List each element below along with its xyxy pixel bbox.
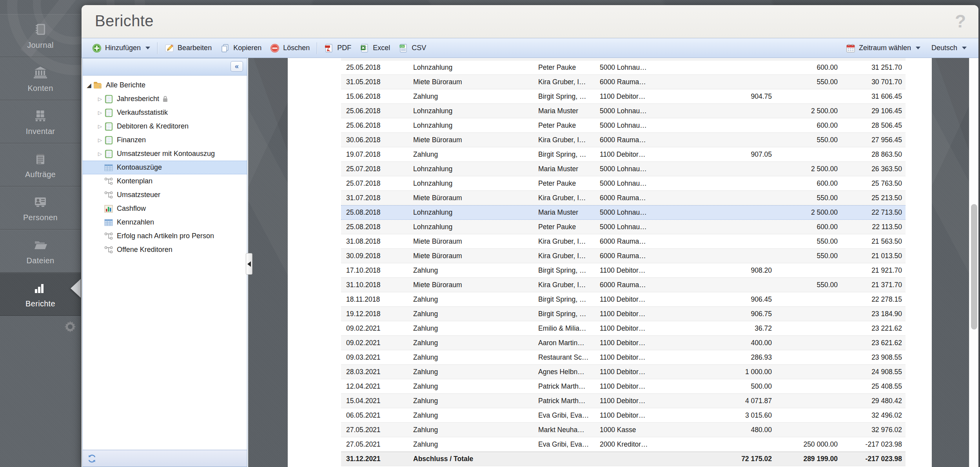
panel-gap bbox=[932, 58, 969, 467]
journal-icon bbox=[33, 22, 48, 37]
sidebar-item-dateien[interactable]: Dateien bbox=[0, 230, 81, 273]
cell-account: 5000 Lohnau… bbox=[596, 223, 667, 231]
tree-item[interactable]: ◢ Alle Berichte bbox=[83, 78, 247, 92]
tree-caret-icon[interactable]: ▷ bbox=[96, 151, 104, 157]
scrollbar-thumb[interactable] bbox=[971, 204, 977, 329]
toolbar-button-label: PDF bbox=[337, 44, 351, 52]
csv-button[interactable]: CSV CSV bbox=[394, 38, 430, 58]
sidebar-item-konten[interactable]: Konten bbox=[0, 57, 81, 100]
bearbeiten-button[interactable]: Bearbeiten bbox=[160, 38, 216, 58]
tree-item[interactable]: Kennzahlen bbox=[83, 215, 247, 229]
table-row[interactable]: 15.04.2021 Zahlung Patrick Marth… 1100 D… bbox=[341, 394, 906, 408]
table-row[interactable]: 31.07.2018 Miete Büroraum Kira Gruber, I… bbox=[341, 191, 906, 205]
table-row[interactable]: 30.06.2018 Miete Büroraum Kira Gruber, I… bbox=[341, 133, 906, 147]
help-icon[interactable]: ? bbox=[955, 11, 966, 32]
table-row[interactable]: 31.10.2018 Miete Büroraum Kira Gruber, I… bbox=[341, 278, 906, 292]
table-row[interactable]: 25.08.2018 Lohnzahlung Peter Pauke 5000 … bbox=[341, 220, 906, 234]
pdf-button[interactable]: PDF bbox=[320, 38, 356, 58]
zeitraum-wählen-button[interactable]: Zeitraum wählen bbox=[840, 43, 926, 53]
tree-caret-icon[interactable]: ▷ bbox=[96, 137, 104, 143]
table-row[interactable]: 25.05.2018 Lohnzahlung Peter Pauke 5000 … bbox=[341, 60, 906, 75]
table-row[interactable]: 09.02.2021 Zahlung Aaron Martin… 1100 De… bbox=[341, 336, 906, 350]
tree-item[interactable]: ▷ Debitoren & Kreditoren bbox=[83, 119, 247, 133]
tree-item[interactable]: ▷ Jahresbericht bbox=[83, 92, 247, 106]
tree-caret-icon[interactable]: ▷ bbox=[96, 123, 104, 129]
tree-caret-icon[interactable]: ◢ bbox=[85, 82, 93, 89]
table-row[interactable]: 25.06.2018 Lohnzahlung Maria Muster 5000… bbox=[341, 104, 906, 118]
cell-account: 5000 Lohnau… bbox=[596, 179, 667, 188]
cell-account: 2000 Kreditor… bbox=[596, 440, 667, 449]
table-row[interactable]: 19.12.2018 Zahlung Birgit Spring, … 1100… bbox=[341, 307, 906, 321]
table-row[interactable]: 09.03.2021 Zahlung Restaurant Sc… 1100 D… bbox=[341, 350, 906, 365]
table-row[interactable]: 06.05.2021 Zahlung Eva Gribi, Eva… 1100 … bbox=[341, 408, 906, 423]
tree-item[interactable]: Cashflow bbox=[83, 202, 247, 215]
table-row[interactable]: 12.04.2021 Zahlung Patrick Marth… 1100 D… bbox=[341, 379, 906, 394]
tree-item[interactable]: Kontenplan bbox=[83, 174, 247, 188]
tree-item[interactable]: Erfolg nach Artikeln pro Person bbox=[83, 229, 247, 243]
table-row[interactable]: 25.06.2018 Lohnzahlung Peter Pauke 5000 … bbox=[341, 118, 906, 133]
cell-balance: 26 363.50 bbox=[839, 165, 906, 173]
cell-date: 25.06.2018 bbox=[341, 107, 409, 115]
table-row[interactable]: 31.05.2018 Miete Büroraum Kira Gruber, I… bbox=[341, 75, 906, 89]
table-row[interactable]: 30.09.2018 Miete Büroraum Kira Gruber, I… bbox=[341, 249, 906, 263]
sidebar-item-berichte[interactable]: Berichte bbox=[0, 273, 81, 316]
settings-gear-icon[interactable] bbox=[64, 320, 76, 333]
cell-person: Eva Gribi, Eva… bbox=[534, 411, 596, 420]
cell-account: 6000 Rauma… bbox=[596, 194, 667, 202]
table-row[interactable]: 09.02.2021 Zahlung Emilio & Milia… 1100 … bbox=[341, 321, 906, 336]
cell-text: Zahlung bbox=[409, 150, 534, 159]
sidebar-item-personen[interactable]: Personen bbox=[0, 186, 81, 230]
tree-item[interactable]: Offene Kreditoren bbox=[83, 243, 247, 257]
table-row[interactable]: 15.06.2018 Zahlung Birgit Spring, … 1100… bbox=[341, 89, 906, 104]
table-row[interactable]: 25.08.2018 Lohnzahlung Maria Muster 5000… bbox=[341, 205, 906, 220]
tree-item[interactable]: Kontoauszüge bbox=[83, 161, 247, 174]
table-row[interactable]: 27.05.2021 Zahlung Markt Neuha… 1000 Kas… bbox=[341, 423, 906, 437]
tree-item[interactable]: Umsatzsteuer bbox=[83, 188, 247, 202]
tree-item[interactable]: ▷ Verkaufsstatistik bbox=[83, 106, 247, 119]
cell-person: Birgit Spring, … bbox=[534, 150, 596, 159]
cell-person: Peter Pauke bbox=[534, 179, 596, 188]
kopieren-button[interactable]: Kopieren bbox=[216, 38, 266, 58]
refresh-icon[interactable] bbox=[87, 454, 96, 463]
cell-account: 1000 Kasse bbox=[596, 426, 667, 434]
löschen-button[interactable]: Löschen bbox=[266, 38, 314, 58]
hinzufügen-button[interactable]: Hinzufügen bbox=[88, 38, 154, 58]
table-row[interactable]: 25.07.2018 Lohnzahlung Peter Pauke 5000 … bbox=[341, 176, 906, 191]
table-row[interactable]: 17.10.2018 Zahlung Birgit Spring, … 1100… bbox=[341, 263, 906, 278]
berichte-window: Berichte ? Hinzufügen Bearbeiten Kopiere… bbox=[82, 5, 978, 467]
cell-date: 19.07.2018 bbox=[341, 150, 409, 159]
excel-button[interactable]: Excel bbox=[356, 38, 394, 58]
splitter-handle[interactable] bbox=[246, 253, 252, 275]
vertical-scrollbar[interactable] bbox=[969, 58, 978, 467]
collapse-panel-button[interactable]: « bbox=[230, 61, 243, 72]
table-icon bbox=[104, 218, 113, 227]
table-row[interactable]: 19.07.2018 Zahlung Birgit Spring, … 1100… bbox=[341, 147, 906, 162]
cell-date: 25.06.2018 bbox=[341, 121, 409, 130]
table-row[interactable]: 27.05.2021 Zahlung Eva Gribi, Eva… 2000 … bbox=[341, 437, 906, 452]
deutsch-button[interactable]: Deutsch bbox=[926, 44, 972, 52]
sidebar-item-inventar[interactable]: Inventar bbox=[0, 100, 81, 143]
cell-balance: 21 563.50 bbox=[839, 237, 906, 246]
cell-text: Zahlung bbox=[409, 339, 534, 347]
table-row[interactable]: 31.08.2018 Miete Büroraum Kira Gruber, I… bbox=[341, 234, 906, 249]
cell-person: Peter Pauke bbox=[534, 223, 596, 231]
cell-text: Lohnzahlung bbox=[409, 165, 534, 173]
cell-person: Emilio & Milia… bbox=[534, 324, 596, 333]
cell-debit: 72 175.02 bbox=[667, 455, 773, 463]
tree-caret-icon[interactable]: ▷ bbox=[96, 96, 104, 102]
table-row[interactable]: 18.11.2018 Zahlung Birgit Spring, … 1100… bbox=[341, 292, 906, 307]
cell-person: Birgit Spring, … bbox=[534, 266, 596, 275]
tree-caret-icon[interactable]: ▷ bbox=[96, 110, 104, 116]
table-row[interactable]: 28.03.2021 Zahlung Agnes Helbn… 1100 Deb… bbox=[341, 365, 906, 379]
cell-person: Maria Muster bbox=[534, 107, 596, 115]
sidebar-item-aufträge[interactable]: Aufträge bbox=[0, 143, 81, 186]
tree-item[interactable]: ▷ Finanzen bbox=[83, 133, 247, 147]
tree-item[interactable]: ▷ Umsatzsteuer mit Kontoauszug bbox=[83, 147, 247, 161]
table-row[interactable]: 25.07.2018 Lohnzahlung Maria Muster 5000… bbox=[341, 162, 906, 176]
table-row[interactable]: 31.12.2021 Abschluss / Totale 72 175.02 … bbox=[341, 452, 906, 466]
toolbar-separator bbox=[317, 42, 317, 54]
cell-credit: 550.00 bbox=[773, 281, 839, 289]
sidebar-item-journal[interactable]: Journal bbox=[0, 14, 81, 57]
toolbar-button-label: Bearbeiten bbox=[178, 44, 212, 52]
cell-date: 25.05.2018 bbox=[341, 63, 409, 72]
